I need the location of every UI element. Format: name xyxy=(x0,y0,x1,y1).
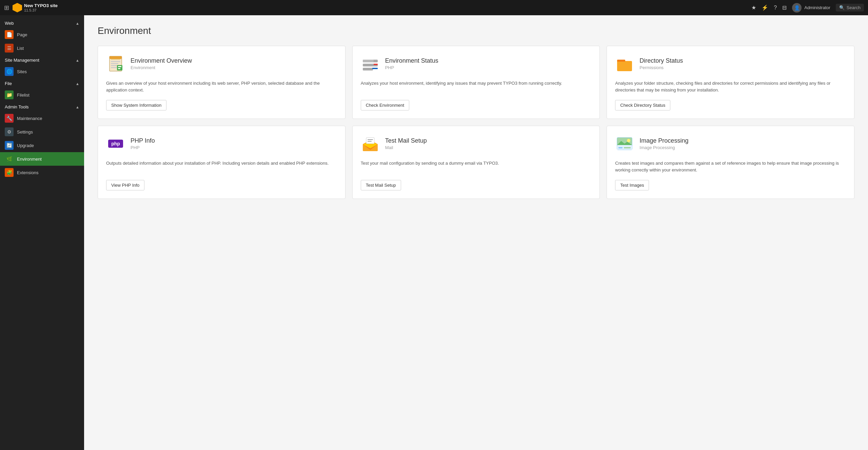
sidebar-section-site-management-label: Site Management xyxy=(5,58,39,63)
svg-rect-11 xyxy=(363,60,374,62)
environment-icon: 🌿 xyxy=(5,155,14,163)
search-icon: 🔍 xyxy=(839,5,845,10)
sidebar-item-environment[interactable]: 🌿 Environment xyxy=(0,152,84,166)
svg-rect-31 xyxy=(624,147,631,148)
card-description-environment-overview: Gives an overview of your host environme… xyxy=(106,80,337,93)
bookmark-icon[interactable]: ★ xyxy=(751,4,756,11)
card-subtitle-image-processing: Image Processing xyxy=(639,145,688,150)
upgrade-icon: 🔄 xyxy=(5,141,14,150)
card-btn-image-processing[interactable]: Test Images xyxy=(615,180,649,190)
card-title-environment-status: Environment Status xyxy=(385,57,438,64)
topbar: ⊞ New TYPO3 site 11.5.37 ★ ⚡ ? ⊟ 👤 Admin… xyxy=(0,0,868,15)
card-header-environment-status: Environment Status PHP xyxy=(361,54,592,73)
card-description-environment-status: Analyzes your host environment, identify… xyxy=(361,80,592,93)
card-btn-test-mail[interactable]: Test Mail Setup xyxy=(361,180,401,190)
cards-grid: Environment Overview Environment Gives a… xyxy=(98,46,854,199)
sidebar-item-page[interactable]: 📄 Page xyxy=(0,28,84,41)
sidebar-section-file-label: File xyxy=(5,81,12,86)
sidebar-item-filelist[interactable]: 📁 Filelist xyxy=(0,88,84,102)
card-btn-directory-status[interactable]: Check Directory Status xyxy=(615,100,670,110)
card-title-wrap-image-processing: Image Processing Image Processing xyxy=(639,137,688,150)
page-title: Environment xyxy=(98,25,854,36)
page-icon: 📄 xyxy=(5,30,14,39)
card-header-environment-overview: Environment Overview Environment xyxy=(106,54,337,73)
extensions-icon: 🧩 xyxy=(5,168,14,177)
card-title-wrap-test-mail: Test Mail Setup Mail xyxy=(385,137,427,150)
help-icon[interactable]: ? xyxy=(774,5,777,11)
sidebar-section-site-management[interactable]: Site Management ▲ xyxy=(0,55,84,65)
card-icon-test-mail xyxy=(361,134,380,153)
grid-layout-icon[interactable]: ⊟ xyxy=(782,4,787,11)
svg-rect-21 xyxy=(366,138,374,144)
sidebar-section-file[interactable]: File ▲ xyxy=(0,78,84,88)
card-title-directory-status: Directory Status xyxy=(639,57,683,64)
card-icon-php-info: php xyxy=(106,134,125,153)
card-title-wrap-environment-overview: Environment Overview Environment xyxy=(131,57,192,70)
search-box[interactable]: 🔍 Search xyxy=(836,4,864,12)
lightning-icon[interactable]: ⚡ xyxy=(762,4,768,11)
list-icon: ☰ xyxy=(5,44,14,53)
sidebar-item-list[interactable]: ☰ List xyxy=(0,41,84,55)
svg-rect-15 xyxy=(372,68,378,69)
topbar-icons: ★ ⚡ ? ⊟ 👤 Administrator 🔍 Search xyxy=(751,3,864,13)
card-test-mail: Test Mail Setup Mail Test your mail conf… xyxy=(352,126,600,199)
chevron-up-icon-3: ▲ xyxy=(76,82,79,86)
svg-rect-9 xyxy=(118,68,120,69)
svg-rect-13 xyxy=(363,68,373,70)
sidebar-item-maintenance-label: Maintenance xyxy=(17,116,42,121)
sidebar-section-admin-tools[interactable]: Admin Tools ▲ xyxy=(0,102,84,111)
card-header-directory-status: Directory Status Permissions xyxy=(615,54,846,73)
site-name: New TYPO3 site xyxy=(24,3,58,8)
card-header-test-mail: Test Mail Setup Mail xyxy=(361,134,592,153)
card-image-processing: Image Processing Image Processing Create… xyxy=(607,126,854,199)
card-title-image-processing: Image Processing xyxy=(639,137,688,144)
svg-rect-14 xyxy=(374,64,378,65)
sidebar-item-environment-label: Environment xyxy=(17,157,42,162)
sidebar-item-extensions[interactable]: 🧩 Extensions xyxy=(0,166,84,179)
card-header-php-info: php PHP Info PHP xyxy=(106,134,337,153)
card-title-wrap-environment-status: Environment Status PHP xyxy=(385,57,438,70)
user-menu[interactable]: 👤 Administrator xyxy=(792,3,830,13)
card-description-php-info: Outputs detailed information about your … xyxy=(106,160,337,173)
card-title-php-info: PHP Info xyxy=(131,137,155,144)
svg-text:php: php xyxy=(111,141,120,146)
card-title-environment-overview: Environment Overview xyxy=(131,57,192,64)
sidebar-section-web[interactable]: Web ▲ xyxy=(0,18,84,28)
sidebar-item-extensions-label: Extensions xyxy=(17,170,39,175)
sidebar-item-page-label: Page xyxy=(17,32,27,37)
sidebar: Web ▲ 📄 Page ☰ List Site Management ▲ 🌐 … xyxy=(0,15,84,450)
card-title-test-mail: Test Mail Setup xyxy=(385,137,427,144)
grid-icon[interactable]: ⊞ xyxy=(4,4,9,12)
sidebar-item-settings[interactable]: ⚙ Settings xyxy=(0,125,84,139)
sidebar-item-maintenance[interactable]: 🔧 Maintenance xyxy=(0,111,84,125)
card-directory-status: Directory Status Permissions Analyzes yo… xyxy=(607,46,854,119)
main-layout: Web ▲ 📄 Page ☰ List Site Management ▲ 🌐 … xyxy=(0,15,868,450)
card-subtitle-test-mail: Mail xyxy=(385,145,427,150)
search-placeholder: Search xyxy=(847,5,861,10)
card-icon-environment-status xyxy=(361,54,380,73)
topbar-left: ⊞ New TYPO3 site 11.5.37 xyxy=(4,3,58,13)
user-name: Administrator xyxy=(804,5,830,10)
sidebar-section-admin-tools-label: Admin Tools xyxy=(5,104,29,109)
chevron-up-icon: ▲ xyxy=(76,21,79,25)
svg-rect-16 xyxy=(617,61,632,71)
sidebar-item-list-label: List xyxy=(17,46,24,51)
sidebar-item-upgrade[interactable]: 🔄 Upgrade xyxy=(0,139,84,152)
svg-point-27 xyxy=(627,139,630,142)
card-icon-image-processing xyxy=(615,134,634,153)
chevron-up-icon-2: ▲ xyxy=(76,58,79,62)
sidebar-item-sites[interactable]: 🌐 Sites xyxy=(0,65,84,78)
card-btn-php-info[interactable]: View PHP Info xyxy=(106,180,144,190)
card-title-wrap-php-info: PHP Info PHP xyxy=(131,137,155,150)
card-icon-environment-overview xyxy=(106,54,125,73)
card-title-wrap-directory-status: Directory Status Permissions xyxy=(639,57,683,70)
settings-icon: ⚙ xyxy=(5,127,14,136)
filelist-icon: 📁 xyxy=(5,90,14,99)
card-btn-environment-status[interactable]: Check Environment xyxy=(361,100,409,110)
card-btn-environment-overview[interactable]: Show System Information xyxy=(106,100,166,110)
site-version: 11.5.37 xyxy=(24,8,58,12)
card-description-image-processing: Creates test images and compares them ag… xyxy=(615,160,846,173)
svg-rect-23 xyxy=(368,141,372,142)
card-environment-status: Environment Status PHP Analyzes your hos… xyxy=(352,46,600,119)
svg-rect-5 xyxy=(111,67,117,68)
